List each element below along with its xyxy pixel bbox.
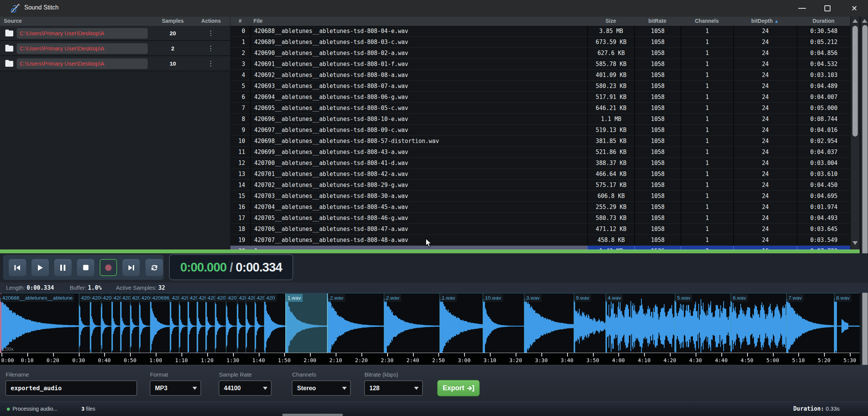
window-scrollbar-thumb[interactable] (862, 25, 868, 390)
ruler-tick (721, 353, 722, 356)
row-actions-menu-icon[interactable]: ⋮ (205, 41, 217, 56)
skip-start-button[interactable] (9, 259, 26, 276)
stop-button[interactable] (77, 259, 94, 276)
play-button[interactable] (31, 259, 49, 276)
ruler-tick (618, 353, 619, 356)
close-button[interactable]: ✕ (843, 0, 865, 17)
table-row[interactable]: 4420692__abletunes__abletunes-tsd-808-08… (230, 70, 850, 81)
window-scrollbar[interactable] (860, 17, 868, 401)
ruler-tick-label: 0:20 (47, 357, 59, 363)
source-row[interactable]: C:\Users\Primary User\Desktop\A20⋮ (0, 26, 230, 41)
waveform-segment-label[interactable]: 420688__abletunes__abletune (0, 294, 74, 302)
skip-end-button[interactable] (122, 259, 140, 276)
table-row[interactable]: 6420694__abletunes__abletunes-tsd-808-06… (230, 92, 850, 103)
channels-select[interactable]: Stereo (292, 380, 351, 396)
source-path[interactable]: C:\Users\Primary User\Desktop\A (17, 58, 148, 69)
file-duration: 0:04.695 (797, 191, 850, 202)
table-row[interactable]: 9420697__abletunes__abletunes-tsd-808-09… (230, 125, 850, 136)
row-actions-menu-icon[interactable]: ⋮ (205, 26, 217, 41)
table-row[interactable]: 0420688__abletunes__abletunes-tsd-808-04… (230, 26, 850, 37)
time-ruler[interactable]: 0:000:100:200:300:400:501:001:101:201:30… (0, 353, 860, 365)
waveform-segment-label[interactable]: 10.wav (483, 294, 503, 302)
file-bitdepth: 24 (733, 202, 797, 213)
table-row[interactable]: 17420705__abletunes__abletunes-tsd-808-4… (230, 213, 850, 224)
table-scrollbar-thumb[interactable] (852, 26, 858, 137)
table-row[interactable]: 1420689__abletunes__abletunes-tsd-808-03… (230, 37, 850, 48)
source-row[interactable]: C:\Users\Primary User\Desktop\A10⋮ (0, 56, 230, 71)
col-bitdepth-label: bitDepth (751, 18, 773, 24)
file-channels: 1 (680, 125, 733, 136)
maximize-button[interactable] (816, 0, 838, 17)
col-bitdepth[interactable]: bitDepth ▲ (733, 18, 797, 24)
table-row[interactable]: 15420703__abletunes__abletunes-tsd-808-3… (230, 191, 850, 202)
record-button[interactable] (100, 259, 117, 276)
row-index: 14 (230, 180, 250, 191)
samplerate-label: Sample Rate (219, 371, 252, 378)
waveform-segment-label[interactable]: 1.wav (286, 294, 303, 302)
table-row[interactable]: 19420707__abletunes__abletunes-tsd-808-4… (230, 235, 850, 246)
pause-icon (60, 264, 66, 271)
table-row[interactable]: 8420696__abletunes__abletunes-tsd-808-10… (230, 114, 850, 125)
file-duration: 0:03.610 (797, 169, 850, 180)
col-samples[interactable]: Samples (161, 18, 185, 24)
table-row[interactable]: 2420690__abletunes__abletunes-tsd-808-02… (230, 48, 850, 59)
table-scroll-up-icon[interactable] (852, 19, 858, 23)
waveform-segment-label[interactable]: 420 (264, 294, 277, 302)
sound-stitch-window: Sound Stitch ✕ Source Samples Actions # … (0, 0, 868, 416)
waveform-segment-label[interactable]: 2.wav (328, 294, 345, 302)
ruler-tick-label: 0:30 (72, 357, 85, 363)
waveform-segment-label[interactable]: 5.wav (675, 294, 692, 302)
col-bitrate[interactable]: bitRate (634, 18, 680, 24)
col-size[interactable]: Size (587, 18, 634, 24)
col-index[interactable]: # (230, 18, 250, 24)
waveform-timeline[interactable]: 420688__abletunes__abletune4206420642064… (0, 293, 860, 353)
source-path[interactable]: C:\Users\Primary User\Desktop\A (17, 43, 148, 54)
table-row[interactable]: 14420702__abletunes__abletunes-tsd-808-2… (230, 180, 850, 191)
waveform-segment-label[interactable]: 6.wav (731, 294, 748, 302)
channels-label: Channels (292, 371, 316, 378)
table-scroll-down-icon[interactable] (852, 241, 858, 245)
file-channels: 1 (680, 224, 733, 235)
source-path[interactable]: C:\Users\Primary User\Desktop\A (17, 28, 148, 39)
format-select[interactable]: MP3 (150, 380, 201, 396)
col-duration[interactable]: Duration (797, 18, 850, 24)
col-source[interactable]: Source (4, 18, 22, 24)
table-row[interactable]: 10420698__abletunes__abletunes-tsd-808-5… (230, 136, 850, 147)
table-row[interactable]: 5420693__abletunes__abletunes-tsd-808-07… (230, 81, 850, 92)
window-scroll-up-icon[interactable] (862, 19, 867, 23)
folder-icon (5, 44, 14, 52)
source-row[interactable]: C:\Users\Primary User\Desktop\A2⋮ (0, 41, 230, 56)
col-actions[interactable]: Actions (200, 18, 222, 24)
table-row-selected[interactable]: 201.wav1.42 MB15362160:07.722 (230, 246, 850, 250)
row-index: 7 (230, 103, 250, 114)
waveform-segment-label[interactable]: 2.wav (384, 294, 401, 302)
table-row[interactable]: 18420706__abletunes__abletunes-tsd-808-4… (230, 224, 850, 235)
pause-button[interactable] (54, 259, 72, 276)
table-scrollbar[interactable] (850, 17, 859, 250)
waveform-segment-label[interactable]: 3.wav (524, 294, 541, 302)
table-row[interactable]: 3420691__abletunes__abletunes-tsd-808-01… (230, 59, 850, 70)
col-file[interactable]: File (253, 18, 263, 24)
export-button[interactable]: Export (437, 380, 480, 396)
row-actions-menu-icon[interactable]: ⋮ (205, 56, 217, 71)
waveform-segment-label[interactable]: 9.wav (574, 294, 591, 302)
table-row[interactable]: 11420699__abletunes__abletunes-tsd-808-4… (230, 147, 850, 158)
row-index: 2 (230, 48, 250, 59)
waveform-segment-label[interactable]: 4.wav (606, 294, 623, 302)
waveform-segment-label[interactable]: 8.wav (834, 294, 851, 302)
table-row[interactable]: 7420695__abletunes__abletunes-tsd-808-05… (230, 103, 850, 114)
file-bitdepth: 24 (733, 59, 797, 70)
waveform-segment-label[interactable]: 7.wav (787, 294, 804, 302)
table-row[interactable]: 12420700__abletunes__abletunes-tsd-808-4… (230, 158, 850, 169)
loop-button[interactable] (145, 259, 163, 276)
filename-input[interactable]: exported_audio (5, 380, 137, 396)
table-row[interactable]: 13420701__abletunes__abletunes-tsd-808-4… (230, 169, 850, 180)
minimize-button[interactable] (791, 0, 813, 17)
col-channels[interactable]: Channels (680, 18, 733, 24)
ruler-tick-label: 5:00 (766, 357, 779, 363)
ruler-tick (644, 353, 645, 356)
waveform-segment-label[interactable]: 1.wav (440, 294, 457, 302)
samplerate-select[interactable]: 44100 (219, 380, 272, 396)
table-row[interactable]: 16420704__abletunes__abletunes-tsd-808-4… (230, 202, 850, 213)
bitrate-select[interactable]: 128 (364, 380, 423, 396)
